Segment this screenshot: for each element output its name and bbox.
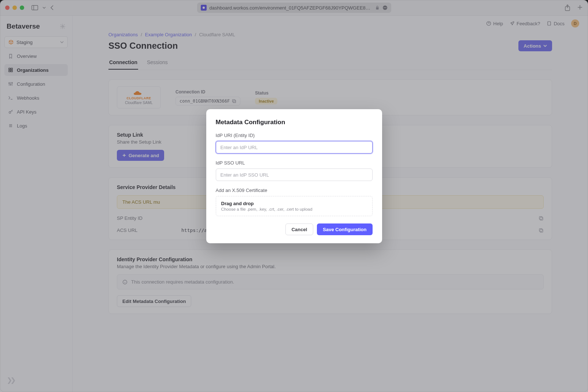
dropzone-sub: Choose a file .pem, .key, .crt, .cer, .c…	[221, 207, 367, 211]
cert-dropzone[interactable]: Drag and drop Choose a file .pem, .key, …	[216, 196, 373, 216]
idp-sso-label: IdP SSO URL	[216, 160, 373, 166]
idp-uri-input[interactable]	[216, 141, 373, 154]
modal-overlay[interactable]: Metadata Configuration IdP URI (Entity I…	[0, 0, 588, 392]
metadata-modal: Metadata Configuration IdP URI (Entity I…	[206, 109, 382, 243]
dropzone-title: Drag and drop	[221, 201, 367, 206]
cert-label: Add an X.509 Certificate	[216, 188, 373, 193]
idp-uri-label: IdP URI (Entity ID)	[216, 133, 373, 138]
idp-sso-input[interactable]	[216, 169, 373, 181]
save-button[interactable]: Save Configuration	[317, 223, 372, 235]
cancel-button[interactable]: Cancel	[285, 223, 314, 235]
modal-title: Metadata Configuration	[216, 119, 373, 126]
